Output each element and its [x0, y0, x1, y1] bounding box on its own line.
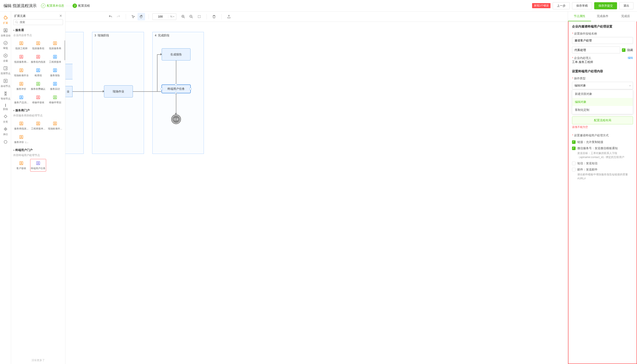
- palette-node[interactable]: 终端用户任务: [30, 159, 46, 172]
- flow-node-report[interactable]: 生成报告: [162, 48, 191, 60]
- flow-node-cut[interactable]: [66, 64, 73, 79]
- wizard-steps: ✓ 配置基本信息 ···· 2 配置流程: [41, 4, 532, 8]
- btn-name-label: 设置操作按钮名称: [572, 32, 633, 36]
- zoom-unit-dropdown[interactable]: % ▾: [168, 15, 176, 18]
- hand-tool[interactable]: [138, 13, 145, 20]
- rail-parallel[interactable]: 并行: [0, 125, 11, 138]
- flow-end-node[interactable]: 结束: [171, 114, 181, 124]
- palette-node[interactable]: 服务评价: [13, 80, 29, 92]
- save-submit-button[interactable]: 保存并提交: [594, 2, 617, 9]
- palette-node[interactable]: 指派工程师: [13, 39, 29, 52]
- page-title: 编辑 指派流程演示: [4, 3, 37, 8]
- checkbox[interactable]: [572, 168, 575, 171]
- zoom-in-button[interactable]: [179, 13, 187, 20]
- export-button[interactable]: [225, 13, 233, 20]
- checkbox-row[interactable]: 短信：发送短信: [572, 162, 633, 165]
- zoom-input[interactable]: [153, 15, 168, 18]
- palette-node[interactable]: 服务组内指派: [30, 52, 46, 65]
- palette-node[interactable]: 指派服务组: [30, 39, 46, 52]
- svg-point-45: [21, 162, 22, 164]
- pointer-tool[interactable]: [130, 13, 137, 20]
- checkbox[interactable]: [572, 162, 575, 165]
- exit-button[interactable]: 退出: [619, 2, 633, 9]
- rail-counter[interactable]: 会签: [0, 52, 11, 64]
- palette-node[interactable]: 服务回访: [47, 80, 63, 92]
- palette-group-toggle[interactable]: ▾终端用户门户: [13, 147, 63, 153]
- edge: [157, 54, 158, 92]
- header: 编辑 指派流程演示 ✓ 配置基本信息 ···· 2 配置流程 发现1个错误 上一…: [0, 0, 637, 12]
- palette-node[interactable]: 指派服务商: [47, 39, 63, 52]
- prev-button[interactable]: 上一步: [553, 2, 570, 9]
- dropdown-option[interactable]: 新建关联对象: [572, 90, 633, 98]
- checkbox-row[interactable]: 邮件：发送邮件: [572, 168, 633, 172]
- optype-select[interactable]: 编辑对象 ▾: [572, 82, 633, 89]
- palette-group-toggle[interactable]: ▾服务通: [13, 27, 63, 33]
- node-handle[interactable]: [175, 84, 177, 86]
- flow-node-cut-2[interactable]: 业: [66, 86, 73, 97]
- flow-canvas[interactable]: 3 现场阶段 4 完成阶段 业 现场作业 生成报告: [66, 22, 568, 364]
- zoom-out-button[interactable]: [187, 13, 195, 20]
- handler-value: 工单.服务工程师: [572, 60, 633, 64]
- node-type-icon: [19, 160, 24, 166]
- help-text: 发送目标：工单对象的联系人字段（apiname:contact_id）绑定的互联…: [577, 151, 633, 159]
- rail-activity[interactable]: 业务活动: [0, 26, 11, 39]
- rail-phase[interactable]: 阶段: [0, 102, 11, 112]
- palette-node[interactable]: 维修件签收: [30, 93, 46, 106]
- rail-branch[interactable]: 分支: [0, 112, 11, 125]
- node-handle[interactable]: [189, 88, 192, 90]
- checkbox-row[interactable]: 链接：允许复制链接: [572, 140, 633, 144]
- flow-node-fieldwork[interactable]: 现场作业: [104, 85, 133, 98]
- palette-node[interactable]: 服务收费确认: [30, 80, 46, 92]
- rail-approve[interactable]: 审批: [0, 39, 11, 52]
- rail-extend[interactable]: 扩展: [0, 14, 11, 26]
- fit-button[interactable]: [195, 13, 203, 20]
- scrollbar-thumb[interactable]: [64, 40, 65, 60]
- edit-link[interactable]: 编辑: [628, 56, 633, 60]
- search-icon: [15, 20, 18, 24]
- rail-autonode[interactable]: 自动节点: [0, 77, 11, 90]
- palette-node[interactable]: 服务商指派...: [13, 119, 29, 132]
- checkbox[interactable]: [572, 146, 575, 150]
- tab-after-complete[interactable]: 完成后: [614, 12, 637, 21]
- redo-button[interactable]: [115, 13, 122, 20]
- save-draft-button[interactable]: 保存草稿: [572, 2, 592, 9]
- checkbox[interactable]: [572, 140, 575, 144]
- config-layout-button[interactable]: 配置流程布局: [572, 116, 633, 124]
- btn-name-input[interactable]: [572, 37, 633, 44]
- palette-node[interactable]: 检查组: [30, 66, 46, 79]
- tab-node-props[interactable]: 节点属性: [568, 12, 591, 21]
- search-input[interactable]: [13, 19, 63, 25]
- dropdown-option[interactable]: 编辑对象: [572, 98, 633, 106]
- dropdown-option[interactable]: 客制化定制: [572, 106, 633, 114]
- palette-node[interactable]: 客户签收: [13, 159, 29, 172]
- palette-node[interactable]: 服务报告: [47, 66, 63, 79]
- proxy-input[interactable]: [572, 46, 620, 54]
- palette-node[interactable]: 服务产品消...: [13, 93, 29, 106]
- checkbox-row[interactable]: 微信服务号：发送微信模板通知: [572, 146, 633, 150]
- rail-waitnode[interactable]: 等待节点: [0, 90, 11, 102]
- palette-node[interactable]: 工程师接单...: [30, 119, 46, 132]
- hide-checkbox[interactable]: [622, 48, 625, 52]
- step-1: ✓ 配置基本信息: [41, 4, 64, 8]
- node-handle[interactable]: [161, 88, 163, 90]
- palette-node[interactable]: 维修件寄回: [47, 93, 63, 106]
- rail-appnode[interactable]: 应用节点: [0, 64, 11, 77]
- checkbox-label: 微信服务号：发送微信模板通知: [577, 146, 618, 150]
- palette-node[interactable]: 现场标准作...: [47, 119, 63, 132]
- error-badge[interactable]: 发现1个错误: [532, 3, 550, 8]
- palette-node[interactable]: 服务评价（...: [13, 133, 29, 146]
- tab-complete-cond[interactable]: 完成条件: [591, 12, 614, 21]
- step-number: 2: [73, 4, 77, 8]
- node-type-icon: [36, 160, 41, 166]
- palette-nomore: 没有更多了: [11, 357, 65, 364]
- hide-label: 隐藏: [627, 48, 633, 52]
- close-icon[interactable]: ✕: [59, 14, 62, 18]
- delete-button[interactable]: [210, 13, 218, 20]
- palette-node-label: 指派服务商: [48, 47, 62, 50]
- palette-group-toggle[interactable]: ▾服务商门户: [13, 108, 63, 113]
- palette-node[interactable]: 现场标准作业: [13, 66, 29, 79]
- palette-node[interactable]: 指派服务商...: [13, 52, 29, 65]
- palette-node[interactable]: 工程师接单: [47, 52, 63, 65]
- rail-more[interactable]: [0, 138, 11, 146]
- undo-button[interactable]: [107, 13, 114, 20]
